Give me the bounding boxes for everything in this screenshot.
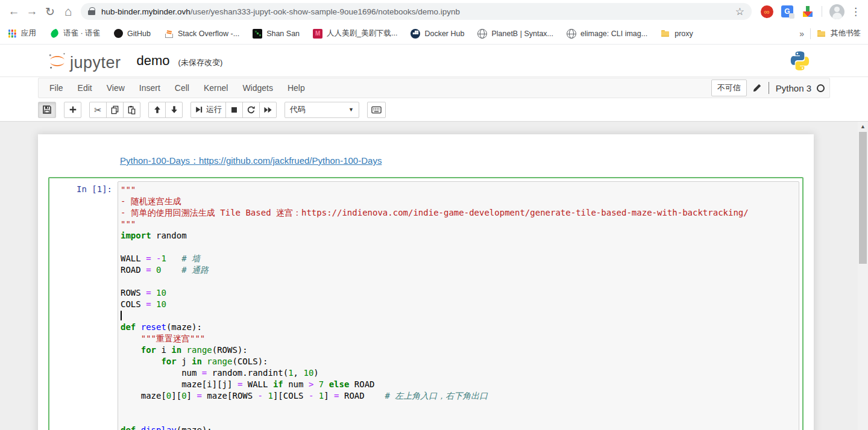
topbar-separator [822, 6, 822, 17]
github-icon [113, 29, 123, 39]
kernel-idle-icon [817, 84, 825, 92]
menu-item-help[interactable]: Help [280, 78, 312, 98]
code-line [121, 413, 796, 425]
bookmark-item[interactable]: 应用 [7, 28, 36, 39]
url-text[interactable]: hub-binder.mybinder.ovh/user/yeshan333-j… [101, 7, 731, 16]
bookmark-item[interactable]: proxy [661, 29, 693, 39]
menu-item-kernel[interactable]: Kernel [197, 78, 235, 98]
browser-menu-icon[interactable]: ⋮ [851, 5, 861, 18]
lock-icon[interactable] [88, 7, 95, 16]
scrollbar-up-icon[interactable]: ▲ [858, 122, 868, 131]
move-cell-down-button[interactable] [165, 102, 183, 118]
jupyter-header: jupyter demo (未保存改变) [0, 45, 868, 77]
code-line: maze[i][j] = WALL if num > 7 else ROAD [121, 379, 796, 390]
bookmark-item[interactable]: GitHub [113, 29, 151, 39]
bookmark-item[interactable]: elimage: CLI imag... [567, 29, 647, 39]
reload-icon[interactable]: ↻ [41, 2, 59, 20]
toolbar: ✂ [38, 98, 830, 121]
menu-item-file[interactable]: File [42, 78, 71, 98]
url-bar[interactable]: hub-binder.mybinder.ovh/user/yeshan333-j… [81, 3, 752, 20]
menu-item-insert[interactable]: Insert [132, 78, 168, 98]
renren-icon: M [313, 29, 322, 39]
text-cursor [121, 311, 122, 320]
cut-cell-button[interactable]: ✂ [89, 102, 107, 118]
input-prompt: In [1]: [52, 181, 118, 430]
interrupt-kernel-button[interactable] [225, 102, 243, 118]
bookmark-item[interactable]: Shan San [253, 29, 300, 39]
menu-item-edit[interactable]: Edit [71, 78, 99, 98]
other-bookmarks[interactable]: 其他书签 [817, 28, 861, 39]
bookmark-item[interactable]: Stack Overflow -... [164, 29, 239, 39]
chevron-down-icon: ▼ [348, 107, 354, 113]
extension-sessionbox-icon[interactable]: ∞ [760, 4, 774, 19]
command-palette-button[interactable] [367, 102, 386, 118]
markdown-cell[interactable]: Python-100-Days：https://github.com/jackf… [38, 155, 814, 167]
save-button[interactable] [38, 102, 56, 118]
code-line: WALL = -1 # 墙 [121, 253, 796, 264]
home-icon[interactable]: ⌂ [59, 2, 77, 20]
edit-mode-pencil-icon [752, 83, 762, 93]
notebook-area: Python-100-Days：https://github.com/jackf… [0, 122, 868, 430]
menubar-right: 不可信 Python 3 [711, 79, 825, 96]
not-trusted-button[interactable]: 不可信 [711, 79, 747, 96]
bookmark-item[interactable]: Docker Hub [410, 29, 464, 39]
jupyter-logo[interactable]: jupyter [47, 51, 121, 71]
download-arrow-icon [803, 6, 813, 17]
cell-type-select[interactable]: 代码 ▼ [285, 102, 359, 118]
code-line: def display(maze): [121, 425, 796, 430]
restart-run-all-button[interactable] [259, 102, 277, 118]
bookmarks-bar: 应用语雀 · 语雀GitHubStack Overflow -...Shan S… [0, 23, 868, 45]
code-line: - 简单的使用回溯法生成 Tile Based 迷宫：https://indie… [121, 207, 796, 219]
folder-icon [817, 29, 826, 39]
menubar: FileEditViewInsertCellKernelWidgetsHelp … [38, 78, 830, 98]
code-line: """ [121, 184, 796, 196]
code-line [121, 402, 796, 413]
back-icon[interactable]: ← [5, 2, 23, 20]
bookmark-item[interactable]: 语雀 · 语雀 [49, 28, 100, 39]
bookmarks-overflow-chevron[interactable]: » [799, 29, 804, 39]
code-line: def reset(maze): [121, 322, 796, 333]
shansan-icon [253, 29, 262, 39]
run-cell-button[interactable]: 运行 [190, 102, 226, 118]
copy-cell-button[interactable] [106, 102, 124, 118]
code-cell[interactable]: In [1]: """- 随机迷宫生成- 简单的使用回溯法生成 Tile Bas… [48, 177, 804, 430]
kernel-separator [769, 82, 769, 94]
run-label: 运行 [206, 104, 222, 115]
menu-item-widgets[interactable]: Widgets [235, 78, 280, 98]
move-cell-up-button[interactable] [148, 102, 166, 118]
menu-item-view[interactable]: View [99, 78, 132, 98]
save-icon [42, 105, 52, 114]
add-cell-button[interactable] [64, 102, 81, 118]
bookmark-label: 语雀 · 语雀 [63, 28, 100, 39]
code-line: import random [121, 230, 796, 241]
code-editor[interactable]: """- 随机迷宫生成- 简单的使用回溯法生成 Tile Based 迷宫：ht… [118, 181, 799, 430]
keyboard-icon [371, 105, 382, 114]
arrow-up-icon [153, 105, 162, 114]
extension-download-icon[interactable] [800, 4, 815, 19]
globe-icon [567, 29, 576, 39]
page-scrollbar[interactable]: ▲ [858, 122, 868, 430]
code-line: ROWS = 10 [121, 287, 796, 299]
infinity-icon: ∞ [761, 5, 773, 18]
profile-avatar[interactable] [829, 4, 844, 19]
bookmark-label: 应用 [21, 28, 36, 39]
bookmark-item[interactable]: PlanetB | Syntax... [477, 29, 553, 39]
forward-icon[interactable]: → [23, 2, 41, 20]
stop-icon [230, 106, 238, 114]
paste-cell-button[interactable] [123, 102, 140, 118]
code-line: for i in range(ROWS): [121, 344, 796, 356]
bookmark-item[interactable]: M人人美剧_美剧下载... [313, 28, 397, 39]
notebook-title[interactable]: demo [137, 53, 170, 69]
menu-item-cell[interactable]: Cell [168, 78, 197, 98]
globe-icon [477, 29, 487, 39]
kernel-name[interactable]: Python 3 [776, 83, 811, 93]
scrollbar-thumb[interactable] [859, 132, 867, 264]
cell-type-value: 代码 [290, 104, 306, 115]
bookmark-star-icon[interactable]: ☆ [735, 5, 744, 18]
jupyter-logo-text: jupyter [70, 55, 121, 71]
extension-translate-icon[interactable]: G [780, 4, 794, 19]
python-kernel-logo [789, 50, 811, 72]
python-100-days-link[interactable]: Python-100-Days：https://github.com/jackf… [120, 155, 382, 166]
restart-kernel-button[interactable] [242, 102, 260, 118]
code-line: for j in range(COLS): [121, 356, 796, 367]
